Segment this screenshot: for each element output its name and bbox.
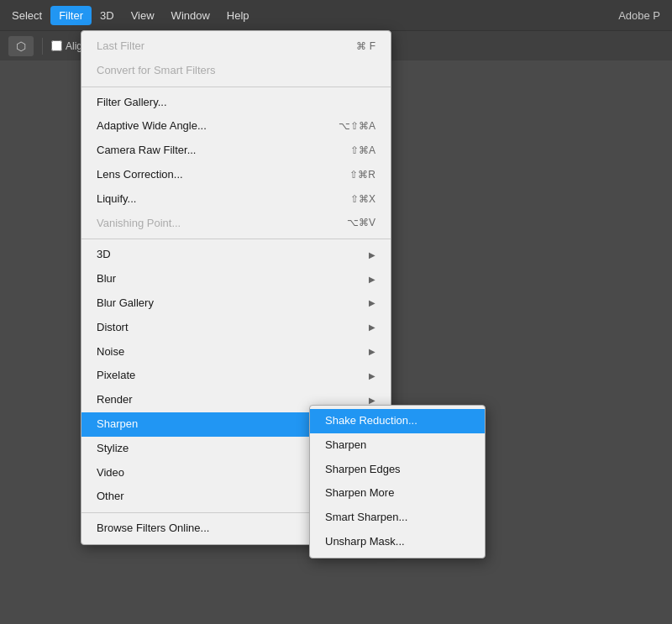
menu-item-blur[interactable]: Blur ▶ — [81, 267, 391, 291]
submenu-item-sharpen-edges[interactable]: Sharpen Edges — [310, 458, 485, 482]
unsharp-mask-label: Unsharp Mask... — [325, 533, 405, 551]
lens-correction-shortcut: ⇧⌘R — [349, 167, 375, 183]
sharpen-edges-label: Sharpen Edges — [325, 461, 401, 479]
blur-label: Blur — [97, 270, 116, 288]
layers-icon: ⬡ — [8, 36, 34, 56]
filter-gallery-label: Filter Gallery... — [97, 94, 167, 112]
submenu-item-sharpen-more[interactable]: Sharpen More — [310, 481, 485, 506]
blur-arrow: ▶ — [369, 273, 375, 286]
menu-item-camera-raw[interactable]: Camera Raw Filter... ⇧⌘A — [81, 139, 391, 163]
menubar-view[interactable]: View — [123, 6, 163, 25]
pixelate-label: Pixelate — [97, 367, 135, 385]
sharpen-submenu: Shake Reduction... Sharpen Sharpen Edges… — [309, 405, 486, 558]
menu-item-noise[interactable]: Noise ▶ — [81, 340, 391, 364]
video-label: Video — [97, 464, 124, 482]
menubar-filter[interactable]: Filter — [50, 6, 92, 25]
toolbar-sep — [42, 38, 43, 55]
menu-item-distort[interactable]: Distort ▶ — [81, 316, 391, 340]
menubar-help[interactable]: Help — [218, 6, 258, 25]
blur-gallery-arrow: ▶ — [369, 296, 375, 310]
menu-item-adaptive-wide[interactable]: Adaptive Wide Angle... ⌥⇧⌘A — [81, 114, 391, 139]
sharpen-sub-label: Sharpen — [325, 437, 366, 454]
noise-arrow: ▶ — [369, 345, 375, 359]
sep2 — [81, 239, 391, 239]
blur-gallery-label: Blur Gallery — [97, 295, 154, 312]
sharpen-more-label: Sharpen More — [325, 485, 394, 502]
menubar: Select Filter 3D View Window Help Adobe … — [0, 0, 672, 30]
menubar-3d[interactable]: 3D — [92, 6, 123, 25]
menu-item-convert-smart[interactable]: Convert for Smart Filters — [81, 59, 391, 83]
menu-item-lens-correction[interactable]: Lens Correction... ⇧⌘R — [81, 163, 391, 187]
noise-label: Noise — [97, 343, 124, 361]
menu-item-last-filter[interactable]: Last Filter ⌘ F — [81, 34, 391, 59]
browse-filters-label: Browse Filters Online... — [97, 520, 209, 537]
convert-smart-label: Convert for Smart Filters — [97, 62, 216, 80]
adaptive-wide-shortcut: ⌥⇧⌘A — [339, 118, 375, 134]
stylize-label: Stylize — [97, 440, 129, 458]
camera-raw-shortcut: ⇧⌘A — [350, 143, 375, 159]
menu-item-vanishing-point[interactable]: Vanishing Point... ⌥⌘V — [81, 212, 391, 236]
submenu-item-smart-sharpen[interactable]: Smart Sharpen... — [310, 506, 485, 530]
liquify-label: Liquify... — [97, 191, 136, 208]
menu-item-filter-gallery[interactable]: Filter Gallery... — [81, 91, 391, 115]
distort-label: Distort — [97, 319, 129, 337]
menubar-window[interactable]: Window — [163, 6, 218, 25]
other-label: Other — [97, 488, 124, 506]
menubar-select[interactable]: Select — [3, 6, 50, 25]
adaptive-wide-label: Adaptive Wide Angle... — [97, 118, 207, 135]
liquify-shortcut: ⇧⌘X — [350, 191, 375, 207]
distort-arrow: ▶ — [369, 321, 375, 334]
last-filter-shortcut: ⌘ F — [356, 39, 375, 55]
submenu-item-unsharp-mask[interactable]: Unsharp Mask... — [310, 530, 485, 554]
app-title: Adobe P — [618, 9, 669, 22]
sharpen-label: Sharpen — [97, 416, 138, 433]
menu-item-pixelate[interactable]: Pixelate ▶ — [81, 364, 391, 388]
3d-label: 3D — [97, 246, 111, 264]
shake-reduction-label: Shake Reduction... — [325, 412, 417, 430]
align-edges-input[interactable] — [51, 40, 62, 51]
submenu-item-shake-reduction[interactable]: Shake Reduction... — [310, 409, 485, 433]
lens-correction-label: Lens Correction... — [97, 166, 183, 184]
render-label: Render — [97, 391, 133, 409]
vanishing-point-label: Vanishing Point... — [97, 215, 181, 233]
menu-item-liquify[interactable]: Liquify... ⇧⌘X — [81, 187, 391, 212]
menu-item-blur-gallery[interactable]: Blur Gallery ▶ — [81, 291, 391, 316]
menu-item-3d[interactable]: 3D ▶ — [81, 243, 391, 267]
3d-arrow: ▶ — [369, 249, 375, 262]
sep1 — [81, 87, 391, 87]
smart-sharpen-label: Smart Sharpen... — [325, 509, 407, 527]
submenu-item-sharpen[interactable]: Sharpen — [310, 433, 485, 458]
pixelate-arrow: ▶ — [369, 370, 375, 383]
camera-raw-label: Camera Raw Filter... — [97, 142, 196, 160]
vanishing-point-shortcut: ⌥⌘V — [347, 215, 375, 231]
last-filter-label: Last Filter — [97, 38, 144, 55]
